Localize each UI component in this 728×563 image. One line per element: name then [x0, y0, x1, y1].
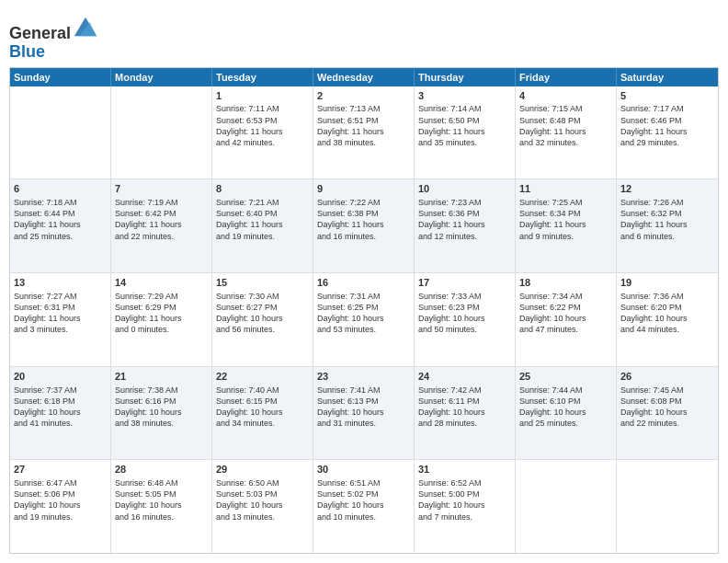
day-info-line: Sunrise: 7:14 AM	[418, 103, 511, 114]
calendar-cell: 31Sunrise: 6:52 AMSunset: 5:00 PMDayligh…	[415, 460, 516, 553]
day-number: 29	[216, 463, 309, 477]
day-info-line: Sunrise: 6:48 AM	[115, 477, 208, 488]
day-info-line: Sunset: 6:51 PM	[317, 115, 410, 126]
day-info-line: and 22 minutes.	[620, 418, 714, 429]
day-info-line: and 34 minutes.	[216, 418, 309, 429]
calendar-cell: 30Sunrise: 6:51 AMSunset: 5:02 PMDayligh…	[313, 460, 415, 553]
day-number: 27	[14, 463, 107, 477]
day-info-line: Daylight: 11 hours	[418, 126, 511, 137]
day-info-line: and 25 minutes.	[519, 418, 612, 429]
day-info-line: Daylight: 10 hours	[115, 407, 208, 418]
day-number: 1	[216, 89, 309, 103]
day-info-line: Sunset: 6:50 PM	[418, 115, 511, 126]
day-info-line: Sunset: 6:34 PM	[519, 208, 612, 219]
day-info-line: Daylight: 10 hours	[216, 500, 309, 511]
calendar-cell: 29Sunrise: 6:50 AMSunset: 5:03 PMDayligh…	[212, 460, 313, 553]
day-info-line: Daylight: 10 hours	[216, 407, 309, 418]
day-info-line: and 31 minutes.	[317, 418, 410, 429]
day-info-line: Daylight: 11 hours	[317, 126, 410, 137]
day-number: 9	[317, 182, 410, 196]
day-info-line: and 13 minutes.	[216, 511, 309, 523]
header-day-friday: Friday	[516, 68, 617, 86]
calendar-cell: 3Sunrise: 7:14 AMSunset: 6:50 PMDaylight…	[415, 86, 516, 179]
calendar-cell: 13Sunrise: 7:27 AMSunset: 6:31 PMDayligh…	[10, 273, 111, 366]
day-info-line: and 25 minutes.	[14, 231, 107, 242]
calendar-cell: 10Sunrise: 7:23 AMSunset: 6:36 PMDayligh…	[415, 179, 516, 272]
day-info-line: Sunrise: 7:37 AM	[14, 385, 107, 396]
calendar-cell: 9Sunrise: 7:22 AMSunset: 6:38 PMDaylight…	[313, 179, 415, 272]
day-info-line: Sunrise: 7:40 AM	[216, 385, 309, 396]
day-number: 14	[115, 276, 208, 290]
day-info-line: and 19 minutes.	[216, 231, 309, 242]
day-info-line: Sunset: 6:13 PM	[317, 396, 410, 407]
day-info-line: Sunrise: 6:47 AM	[14, 477, 107, 488]
day-info-line: Sunrise: 7:13 AM	[317, 103, 410, 114]
day-info-line: Daylight: 10 hours	[519, 313, 612, 324]
day-info-line: Sunrise: 7:11 AM	[216, 103, 309, 114]
logo-blue: Blue	[9, 42, 45, 61]
header-day-sunday: Sunday	[10, 68, 111, 86]
day-info-line: Daylight: 11 hours	[620, 126, 714, 137]
calendar-cell: 6Sunrise: 7:18 AMSunset: 6:44 PMDaylight…	[10, 179, 111, 272]
logo-icon	[73, 13, 98, 39]
day-info-line: Sunset: 6:31 PM	[14, 302, 107, 313]
day-info-line: Daylight: 10 hours	[620, 313, 714, 324]
day-number: 17	[418, 276, 511, 290]
day-info-line: Sunrise: 7:36 AM	[620, 291, 714, 302]
day-info-line: Sunrise: 7:45 AM	[620, 385, 714, 396]
day-number: 11	[519, 182, 612, 196]
day-info-line: Sunset: 6:18 PM	[14, 396, 107, 407]
day-number: 22	[216, 370, 309, 384]
day-info-line: and 56 minutes.	[216, 324, 309, 335]
day-info-line: Daylight: 11 hours	[519, 126, 612, 137]
day-info-line: Sunset: 5:02 PM	[317, 488, 410, 500]
day-info-line: Sunset: 6:23 PM	[418, 302, 511, 313]
calendar-cell: 22Sunrise: 7:40 AMSunset: 6:15 PMDayligh…	[212, 367, 313, 460]
calendar-row: 13Sunrise: 7:27 AMSunset: 6:31 PMDayligh…	[10, 272, 718, 366]
day-info-line: Sunrise: 7:19 AM	[115, 197, 208, 208]
day-info-line: Daylight: 10 hours	[418, 500, 511, 511]
day-info-line: Sunrise: 7:21 AM	[216, 197, 309, 208]
calendar-row: 20Sunrise: 7:37 AMSunset: 6:18 PMDayligh…	[10, 366, 718, 460]
day-info-line: and 35 minutes.	[418, 137, 511, 148]
day-info-line: and 28 minutes.	[418, 418, 511, 429]
day-info-line: Sunset: 6:08 PM	[620, 396, 714, 407]
day-info-line: and 50 minutes.	[418, 324, 511, 335]
calendar-header: SundayMondayTuesdayWednesdayThursdayFrid…	[10, 68, 718, 86]
day-info-line: Sunset: 6:20 PM	[620, 302, 714, 313]
day-info-line: Sunrise: 7:29 AM	[115, 291, 208, 302]
calendar-cell	[10, 86, 111, 179]
day-number: 12	[620, 182, 714, 196]
day-info-line: and 53 minutes.	[317, 324, 410, 335]
day-info-line: Daylight: 11 hours	[14, 313, 107, 324]
calendar-cell: 1Sunrise: 7:11 AMSunset: 6:53 PMDaylight…	[212, 86, 313, 179]
day-number: 28	[115, 463, 208, 477]
day-info-line: Sunrise: 7:38 AM	[115, 385, 208, 396]
day-info-line: Daylight: 11 hours	[115, 219, 208, 230]
day-info-line: Sunset: 5:00 PM	[418, 488, 511, 500]
day-info-line: Sunrise: 7:18 AM	[14, 197, 107, 208]
calendar-cell: 28Sunrise: 6:48 AMSunset: 5:05 PMDayligh…	[111, 460, 212, 553]
day-info-line: Sunrise: 6:50 AM	[216, 477, 309, 488]
day-info-line: Sunset: 6:53 PM	[216, 115, 309, 126]
day-info-line: Sunset: 6:25 PM	[317, 302, 410, 313]
day-info-line: Sunrise: 6:52 AM	[418, 477, 511, 488]
day-info-line: Sunrise: 7:22 AM	[317, 197, 410, 208]
calendar-cell: 26Sunrise: 7:45 AMSunset: 6:08 PMDayligh…	[617, 367, 718, 460]
day-number: 2	[317, 89, 410, 103]
day-info-line: Sunset: 5:03 PM	[216, 488, 309, 500]
calendar-cell: 24Sunrise: 7:42 AMSunset: 6:11 PMDayligh…	[415, 367, 516, 460]
day-info-line: Daylight: 10 hours	[317, 313, 410, 324]
day-info-line: Daylight: 10 hours	[14, 500, 107, 511]
day-number: 6	[14, 182, 107, 196]
day-info-line: Sunrise: 7:34 AM	[519, 291, 612, 302]
day-info-line: Sunrise: 7:26 AM	[620, 197, 714, 208]
day-info-line: and 0 minutes.	[115, 324, 208, 335]
day-info-line: Sunrise: 7:33 AM	[418, 291, 511, 302]
calendar-body: 1Sunrise: 7:11 AMSunset: 6:53 PMDaylight…	[10, 86, 718, 553]
day-info-line: Sunset: 6:11 PM	[418, 396, 511, 407]
day-info-line: and 29 minutes.	[620, 137, 714, 148]
day-info-line: Daylight: 11 hours	[216, 126, 309, 137]
page: General Blue SundayMondayTuesdayWednesda…	[0, 0, 728, 563]
day-info-line: and 42 minutes.	[216, 137, 309, 148]
